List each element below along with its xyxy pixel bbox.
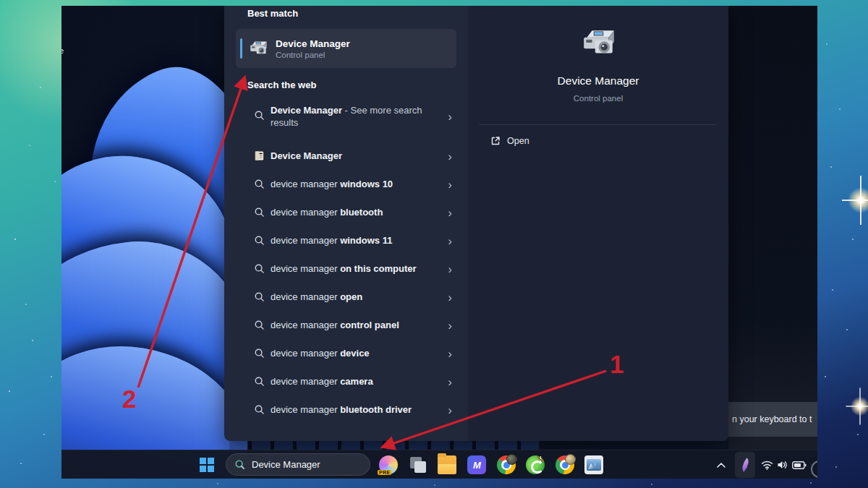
taskbar: Device Manager PRE M [61, 450, 817, 479]
search-glyph-icon [254, 207, 265, 218]
web-search-row[interactable]: device manager windows 10 › [224, 170, 468, 198]
m-app-icon: M [467, 455, 486, 474]
cropped-tooltip: n your keyboard to t [728, 402, 817, 437]
green-browser-icon [526, 455, 545, 474]
copilot-pre-badge: PRE [378, 470, 391, 475]
chevron-right-icon[interactable]: › [448, 375, 452, 388]
chevron-up-icon [717, 463, 726, 468]
detail-title: Device Manager [468, 74, 728, 87]
detail-subtitle: Control panel [468, 94, 728, 103]
cropped-edge-text: e [61, 46, 64, 55]
best-match-title: Device Manager [276, 38, 350, 50]
open-external-icon [490, 136, 501, 146]
web-search-row[interactable]: device manager control panel › [224, 311, 468, 339]
clipped-tray-icon [811, 461, 817, 478]
chevron-right-icon[interactable]: › [448, 262, 452, 275]
start-button[interactable] [194, 452, 220, 478]
star-speckles [0, 0, 1, 1]
start-search-panel: Best match Devi [224, 6, 728, 441]
web-search-row[interactable]: device manager windows 11 › [224, 226, 468, 254]
bright-star [851, 397, 868, 416]
web-search-row[interactable]: device manager open › [224, 283, 468, 311]
web-search-row-text: device manager device [271, 347, 438, 359]
web-search-row-text: device manager on this computer [271, 262, 438, 275]
pen-menu-button[interactable] [735, 452, 755, 478]
search-glyph-icon [254, 235, 265, 246]
copilot-button[interactable]: PRE [375, 452, 401, 478]
web-search-suggestions: Device Manager - See more search results… [224, 102, 468, 424]
taskbar-search-box[interactable]: Device Manager [226, 453, 370, 476]
profile-avatar-badge [506, 454, 517, 465]
wifi-button[interactable] [758, 452, 775, 478]
web-search-row-text: device manager camera [271, 375, 438, 388]
wifi-icon [761, 461, 773, 470]
chrome-profile2-button[interactable] [552, 452, 578, 478]
volume-button[interactable] [774, 452, 791, 478]
bright-star [848, 187, 868, 213]
web-search-row[interactable]: Device Manager › [224, 142, 468, 170]
m-app-button[interactable]: M [464, 452, 490, 478]
web-search-row[interactable]: device manager bluetooth › [224, 198, 468, 226]
chevron-right-icon[interactable]: › [448, 111, 452, 123]
web-search-row[interactable]: device manager device › [224, 339, 468, 367]
copilot-icon: PRE [379, 455, 398, 474]
media-app-button[interactable] [581, 452, 607, 478]
device-manager-icon [249, 39, 268, 59]
search-glyph-icon [254, 291, 265, 302]
taskbar-search-value: Device Manager [252, 459, 320, 470]
search-glyph-icon [254, 348, 265, 359]
web-search-row-text: device manager control panel [271, 319, 438, 331]
result-detail-column: Device Manager Control panel Open [468, 6, 728, 441]
web-search-row-text: device manager bluetooth [271, 206, 438, 218]
background-window-area [728, 6, 817, 450]
tooltip-text: n your keyboard to t [732, 414, 812, 424]
chevron-right-icon[interactable]: › [448, 178, 452, 190]
search-results-column: Best match Devi [224, 6, 468, 441]
device-manager-icon-large [581, 26, 617, 62]
web-search-row[interactable]: device manager on this computer › [224, 254, 468, 283]
best-match-result[interactable]: Device Manager Control panel [236, 29, 456, 68]
annotated-screenshot: e n your keyboard to t Best match [0, 0, 868, 488]
web-search-row[interactable]: Device Manager - See more search results… [224, 102, 468, 142]
media-app-icon [584, 455, 603, 474]
chevron-right-icon[interactable]: › [448, 347, 452, 359]
pen-feather-icon [739, 458, 752, 472]
chevron-right-icon[interactable]: › [448, 150, 452, 162]
search-glyph-icon [254, 179, 265, 189]
chevron-right-icon[interactable]: › [448, 403, 452, 416]
search-glyph-icon [254, 263, 265, 274]
search-glyph-icon [254, 376, 265, 387]
web-search-row-text: Device Manager - See more search results [271, 104, 438, 129]
profile-avatar-badge [565, 454, 576, 465]
inner-windows-screenshot: e n your keyboard to t Best match [61, 6, 817, 479]
chrome-profile1-button[interactable] [493, 452, 519, 478]
tray-overflow-button[interactable] [712, 452, 730, 478]
web-search-row-text: device manager open [271, 291, 438, 303]
best-match-header: Best match [247, 8, 468, 19]
windows-logo-icon [200, 458, 214, 472]
open-action[interactable]: Open [490, 136, 529, 146]
open-label: Open [507, 136, 529, 146]
search-glyph-icon [254, 404, 265, 415]
file-explorer-button[interactable] [434, 452, 460, 478]
web-search-row-text: device manager bluetooth driver [271, 403, 438, 416]
step-1-label: 1 [610, 351, 624, 377]
chevron-right-icon[interactable]: › [448, 319, 452, 331]
chevron-right-icon[interactable]: › [448, 206, 452, 218]
step-2-label: 2 [122, 386, 136, 411]
search-the-web-header: Search the web [247, 80, 468, 90]
web-search-row-text: Device Manager [271, 150, 438, 162]
battery-icon [792, 461, 807, 469]
task-view-button[interactable] [405, 452, 431, 478]
chevron-right-icon[interactable]: › [448, 291, 452, 303]
task-view-icon [409, 455, 427, 474]
battery-button[interactable] [790, 452, 809, 478]
search-glyph-icon [254, 110, 265, 121]
speaker-icon [777, 460, 788, 470]
web-search-row[interactable]: device manager camera › [224, 367, 468, 395]
web-search-row[interactable]: device manager bluetooth driver › [224, 395, 468, 424]
best-match-subtitle: Control panel [276, 50, 350, 60]
green-browser-button[interactable] [522, 452, 548, 478]
chevron-right-icon[interactable]: › [448, 234, 452, 247]
detail-divider [479, 124, 716, 125]
